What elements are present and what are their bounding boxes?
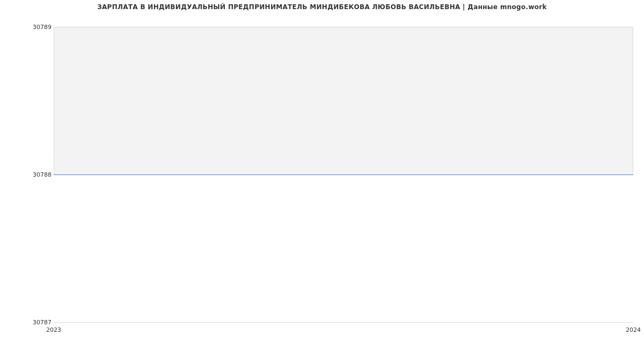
chart-container: ЗАРПЛАТА В ИНДИВИДУАЛЬНЫЙ ПРЕДПРИНИМАТЕЛ… [0, 0, 644, 349]
chart-title: ЗАРПЛАТА В ИНДИВИДУАЛЬНЫЙ ПРЕДПРИНИМАТЕЛ… [0, 3, 644, 11]
series-line [54, 174, 633, 175]
x-axis-line [54, 322, 633, 323]
x-tick-left: 2023 [46, 326, 61, 333]
y-tick-mid: 30788 [30, 171, 52, 178]
x-tick-right: 2024 [626, 326, 641, 333]
area-fill [54, 27, 633, 174]
y-tick-bottom: 30787 [30, 319, 52, 326]
plot-area [54, 27, 633, 322]
y-tick-top: 30789 [30, 24, 52, 31]
